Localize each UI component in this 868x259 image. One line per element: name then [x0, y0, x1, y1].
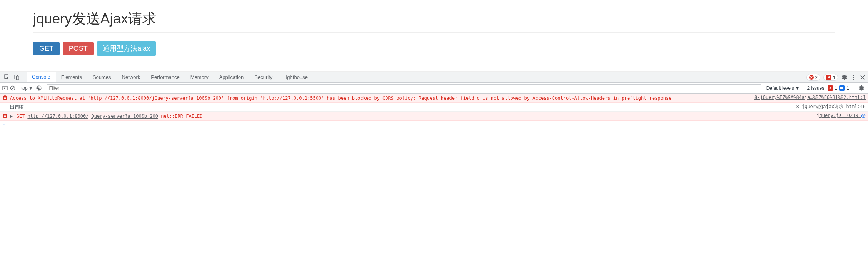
error-row-icon: [2, 113, 8, 119]
sidebar-toggle-icon[interactable]: [2, 85, 8, 91]
console-settings-icon[interactable]: [858, 85, 864, 91]
svg-line-8: [11, 87, 14, 90]
console-filterbar: top ▼ Default levels ▼ 2 Issues: ✕ 1 1: [0, 83, 868, 94]
svg-point-3: [853, 75, 854, 76]
inspect-icon[interactable]: [4, 74, 10, 80]
svg-point-5: [853, 79, 854, 80]
user-log-text: 出错啦: [10, 104, 793, 110]
devtools-tabs: Console Elements Sources Network Perform…: [27, 72, 313, 82]
svg-point-4: [853, 77, 854, 78]
net-error-text: ▶ GET http://127.0.0.1:8000/jQuery-serve…: [10, 113, 813, 120]
error-row-icon: [2, 95, 8, 100]
issues-label: 2 Issues:: [807, 85, 826, 91]
issues-indicator[interactable]: 2 Issues: ✕ 1 1: [805, 83, 851, 93]
net-url[interactable]: http://127.0.0.1:8000/jQuery-server?a=10…: [27, 114, 158, 119]
error-icon: ✕: [809, 75, 814, 80]
tab-performance[interactable]: Performance: [145, 72, 185, 82]
filterbar-sep: [18, 85, 18, 92]
svg-rect-2: [17, 76, 19, 80]
tab-memory[interactable]: Memory: [185, 72, 214, 82]
cors-url-1[interactable]: http://127.0.0.1:8000/jQuery-server?a=10…: [91, 95, 222, 101]
spacer-icon: [2, 104, 8, 109]
page-title: jquery发送Ajax请求: [33, 9, 835, 33]
issue-icon: ✕: [826, 75, 831, 80]
tab-security[interactable]: Security: [249, 72, 278, 82]
context-label: top: [21, 85, 28, 91]
live-expression-icon[interactable]: [36, 85, 42, 91]
cors-url-2[interactable]: http://127.0.0.1:5500: [263, 95, 321, 101]
tabbar-right: ✕ 2 ✕ 1: [806, 74, 866, 81]
user-source-link[interactable]: 8-jQuery的ajax请求.html:46: [796, 104, 866, 110]
devtools-panel: Console Elements Sources Network Perform…: [0, 72, 868, 128]
chevron-down-icon: ▼: [28, 85, 33, 91]
button-row: GET POST 通用型方法ajax: [33, 41, 835, 56]
error-count-badge[interactable]: ✕ 2: [806, 74, 820, 81]
settings-icon[interactable]: [841, 74, 847, 80]
tabbar-separator: [24, 74, 24, 81]
page-preview: jquery发送Ajax请求 GET POST 通用型方法ajax: [0, 0, 868, 72]
log-row-cors-error: Access to XMLHttpRequest at 'http://127.…: [0, 94, 868, 103]
svg-point-11: [38, 87, 39, 89]
filterbar-sep3: [854, 85, 854, 92]
console-log: Access to XMLHttpRequest at 'http://127.…: [0, 94, 868, 128]
tab-network[interactable]: Network: [117, 72, 146, 82]
more-icon[interactable]: [850, 74, 856, 80]
get-button[interactable]: GET: [33, 42, 60, 55]
filterbar-sep2: [44, 85, 44, 92]
issue-info-icon: [839, 85, 845, 91]
cors-source-link[interactable]: 8-jQuery%E7%9A%84aja…%B7%E6%B1%82.html:1: [754, 95, 866, 100]
issues-count-badge[interactable]: ✕ 1: [823, 74, 838, 81]
chevron-down-icon: ▼: [795, 85, 800, 91]
issues-err-count: 1: [835, 85, 838, 91]
expand-triangle-icon[interactable]: ▶: [10, 114, 13, 119]
net-source-link[interactable]: jquery.js:10219: [816, 113, 866, 118]
devtools-tabbar: Console Elements Sources Network Perform…: [0, 72, 868, 83]
issues-info-count: 1: [846, 85, 849, 91]
levels-label: Default levels: [766, 85, 794, 91]
clear-console-icon[interactable]: [10, 85, 15, 91]
filter-input[interactable]: [47, 84, 761, 92]
issue-count: 1: [833, 75, 835, 80]
error-count: 2: [815, 75, 818, 80]
cors-error-text: Access to XMLHttpRequest at 'http://127.…: [10, 95, 751, 102]
tab-elements[interactable]: Elements: [56, 72, 87, 82]
close-icon[interactable]: [860, 74, 866, 80]
log-row-user: 出错啦 8-jQuery的ajax请求.html:46: [0, 103, 868, 112]
tab-sources[interactable]: Sources: [87, 72, 117, 82]
tab-application[interactable]: Application: [214, 72, 249, 82]
issue-error-icon: ✕: [828, 85, 833, 91]
tab-console[interactable]: Console: [27, 72, 56, 82]
post-button[interactable]: POST: [63, 42, 94, 55]
tab-lighthouse[interactable]: Lighthouse: [278, 72, 313, 82]
context-selector[interactable]: top ▼: [20, 85, 34, 91]
console-prompt[interactable]: ›: [0, 121, 868, 128]
ajax-button[interactable]: 通用型方法ajax: [97, 41, 156, 56]
log-levels-selector[interactable]: Default levels ▼: [764, 83, 802, 93]
device-toggle-icon[interactable]: [13, 74, 20, 80]
log-row-net-error: ▶ GET http://127.0.0.1:8000/jQuery-serve…: [0, 112, 868, 121]
